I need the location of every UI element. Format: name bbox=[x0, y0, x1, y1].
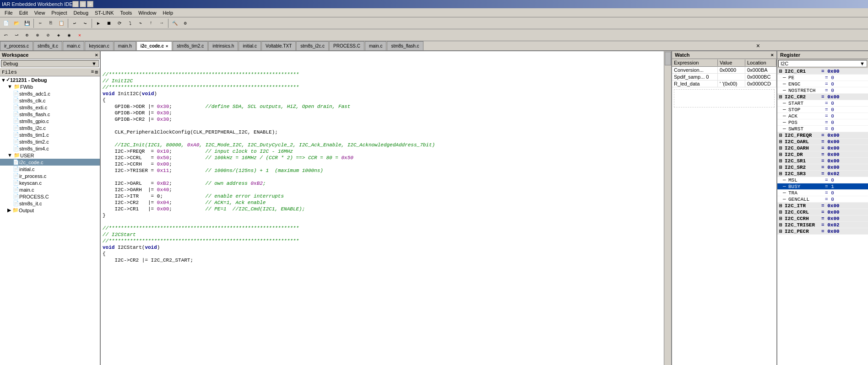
tab-keyscan-c[interactable]: keyscan.c bbox=[85, 41, 113, 50]
debug-restart-button[interactable]: ⟳ bbox=[114, 18, 125, 28]
menu-item-st-link[interactable]: ST-LINK bbox=[92, 10, 117, 16]
tab-main-c[interactable]: main.c bbox=[365, 41, 386, 50]
tb2-btn3[interactable]: ⊕ bbox=[22, 30, 32, 40]
redo-button[interactable]: ↪ bbox=[80, 18, 90, 28]
copy-button[interactable]: ⎘ bbox=[46, 18, 56, 28]
tree-root[interactable]: ▼ ✓ 121231 - Debug bbox=[0, 76, 100, 83]
tb2-btn2[interactable]: ⤻ bbox=[11, 30, 22, 40]
tab-stm8s-it-c[interactable]: stm8s_it.c bbox=[33, 41, 62, 50]
debug-run-button[interactable]: ▶ bbox=[93, 18, 103, 28]
minimize-button[interactable]: _ bbox=[72, 1, 79, 7]
tab-panel-close[interactable]: × bbox=[754, 41, 763, 50]
save-button[interactable]: 💾 bbox=[22, 18, 32, 28]
tree-item-label: stm8s_gpio.c bbox=[19, 118, 49, 124]
folder-icon: ▶ 📁 bbox=[7, 207, 19, 213]
tab-stm8s-tim2-c[interactable]: stm8s_tim2.c bbox=[173, 41, 208, 50]
reg-value: = 0x00 bbox=[821, 229, 840, 234]
register-row-I2C-CR2: ⊞I2C_CR2= 0x00 bbox=[777, 94, 868, 100]
workspace-close-icon[interactable]: × bbox=[95, 52, 98, 58]
register-row-I2C-CR1: ⊞I2C_CR1= 0x00 bbox=[777, 68, 868, 75]
reg-name: I2C_TRISER bbox=[785, 222, 821, 228]
tb2-btn7[interactable]: ◉ bbox=[64, 30, 74, 40]
menu-item-help[interactable]: Help bbox=[160, 10, 176, 16]
menu-item-file[interactable]: File bbox=[2, 10, 16, 16]
tab-stm8s-i2c-c[interactable]: stm8s_i2c.c bbox=[296, 41, 329, 50]
code-line bbox=[103, 174, 662, 180]
maximize-button[interactable]: □ bbox=[80, 1, 86, 7]
tb2-btn1[interactable]: ⤺ bbox=[1, 30, 11, 40]
tree-item-stm8s-tim1-c[interactable]: 📄 stm8s_tim1.c bbox=[0, 131, 100, 138]
reg-value: = 0x00 bbox=[821, 139, 840, 145]
tree-item-stm8s-flash-c[interactable]: 📄 stm8s_flash.c bbox=[0, 111, 100, 118]
workspace-mode-dropdown[interactable]: Debug ▼ bbox=[1, 60, 99, 67]
register-dropdown[interactable]: I2C ▼ bbox=[778, 60, 867, 67]
tree-item-stm8s-tim4-c[interactable]: 📄 stm8s_tim4.c bbox=[0, 145, 100, 152]
reg-name: PE bbox=[788, 75, 825, 81]
stop-debug-button[interactable]: ✕ bbox=[75, 30, 85, 40]
tab-stm8s-flash-c[interactable]: stm8s_flash.c bbox=[387, 41, 423, 50]
reg-name: I2C_CCRL bbox=[785, 209, 821, 215]
menu-item-tools[interactable]: Tools bbox=[118, 10, 135, 16]
tree-item-stm8s-adc1-c[interactable]: 📄 stm8s_adc1.c bbox=[0, 90, 100, 97]
tab-PROCESS-C[interactable]: PROCESS.C bbox=[329, 41, 364, 50]
tree-item-stm8s-it-c[interactable]: 📄 stm8s_it.c bbox=[0, 200, 100, 207]
tree-item-stm8s-clk-c[interactable]: 📄 stm8s_clk.c bbox=[0, 97, 100, 104]
reg-expand-icon: ─ bbox=[783, 120, 788, 125]
watch-row[interactable]: Spdif_samp... 0 0x0000BC bbox=[672, 74, 776, 81]
cut-button[interactable]: ✂ bbox=[35, 18, 45, 28]
tab-i2c-code-c[interactable]: i2c_code.c× bbox=[136, 41, 172, 50]
undo-button[interactable]: ↩ bbox=[70, 18, 80, 28]
debug-step-over-button[interactable]: ↷ bbox=[136, 18, 146, 28]
tree-item-stm8s-tim2-c[interactable]: 📄 stm8s_tim2.c bbox=[0, 138, 100, 145]
debug-step-out-button[interactable]: ↑ bbox=[146, 18, 156, 28]
code-content[interactable]: //**************************************… bbox=[101, 51, 664, 365]
close-button[interactable]: × bbox=[87, 1, 93, 7]
menu-item-edit[interactable]: Edit bbox=[16, 10, 31, 16]
tab-main-c[interactable]: main.c bbox=[63, 41, 84, 50]
tab-ir-process-c[interactable]: ir_process.c bbox=[0, 41, 33, 50]
reg-expand-icon: ⊞ bbox=[779, 215, 785, 221]
debug-next-button[interactable]: → bbox=[157, 18, 167, 28]
vertical-scrollbar[interactable] bbox=[664, 51, 671, 365]
tree-item-i2c-code-c[interactable]: 📄 i2c_code.c bbox=[0, 159, 100, 166]
tree-item-stm8s-i2c-c[interactable]: 📄 stm8s_i2c.c bbox=[0, 124, 100, 131]
menu-item-project[interactable]: Project bbox=[49, 10, 70, 16]
tree-item-label: stm8s_clk.c bbox=[19, 98, 45, 103]
tree-item-stm8s-gpio-c[interactable]: 📄 stm8s_gpio.c bbox=[0, 118, 100, 124]
watch-row[interactable]: Conversion... 0x0000 0x000BA bbox=[672, 67, 776, 74]
tree-item-ir-process-c[interactable]: 📄 ir_process.c bbox=[0, 172, 100, 179]
tree-item-PROCESS-C[interactable]: 📄 PROCESS.C bbox=[0, 193, 100, 200]
tab-intrinsics-h[interactable]: intrinsics.h bbox=[208, 41, 238, 50]
paste-button[interactable]: 📋 bbox=[56, 18, 66, 28]
tb2-btn6[interactable]: ◈ bbox=[54, 30, 64, 40]
tree-item-Output[interactable]: ▶ 📁 Output bbox=[0, 207, 100, 214]
tree-item-USER[interactable]: ▼ 📁 USER bbox=[0, 152, 100, 159]
tab-main-h[interactable]: main.h bbox=[114, 41, 136, 50]
tree-item-main-c[interactable]: 📄 main.c bbox=[0, 186, 100, 193]
watch-close-icon[interactable]: × bbox=[771, 52, 774, 58]
tree-item-FWlib[interactable]: ▼ 📁 FWlib bbox=[0, 83, 100, 90]
debug-step-into-button[interactable]: ⤵ bbox=[125, 18, 135, 28]
tab-close-icon[interactable]: × bbox=[166, 44, 168, 48]
register-row-MSL: ─MSL= 0 bbox=[777, 177, 868, 183]
menu-item-window[interactable]: Window bbox=[136, 10, 159, 16]
debug-stop-button[interactable]: ⏹ bbox=[104, 18, 114, 28]
tree-item-initial-c[interactable]: 📄 initial.c bbox=[0, 166, 100, 172]
open-button[interactable]: 📂 bbox=[11, 18, 22, 28]
tb2-btn5[interactable]: ⊘ bbox=[43, 30, 53, 40]
watch-row[interactable]: R_led_data ' '(0x00) 0x0000CD bbox=[672, 81, 776, 87]
rebuild-button[interactable]: ⚙ bbox=[180, 18, 190, 28]
files-icon1[interactable]: ≡ bbox=[91, 69, 94, 75]
tab-initial-c[interactable]: initial.c bbox=[239, 41, 261, 50]
tree-item-stm8s-exti-c[interactable]: 📄 stm8s_exti.c bbox=[0, 104, 100, 111]
files-icon2[interactable]: ⊞ bbox=[95, 69, 98, 75]
toolbar2: ⤺ ⤻ ⊕ ⊗ ⊘ ◈ ◉ ✕ bbox=[0, 29, 868, 41]
code-line: // I2CStart bbox=[103, 231, 662, 238]
tree-item-keyscan-c[interactable]: 📄 keyscan.c bbox=[0, 179, 100, 186]
build-button[interactable]: 🔨 bbox=[170, 18, 180, 28]
menu-item-view[interactable]: View bbox=[32, 10, 48, 16]
tb2-btn4[interactable]: ⊗ bbox=[33, 30, 43, 40]
new-button[interactable]: 📄 bbox=[1, 18, 11, 28]
tab-Voltable-TXT[interactable]: Voltable.TXT bbox=[261, 41, 296, 50]
menu-item-debug[interactable]: Debug bbox=[71, 10, 91, 16]
